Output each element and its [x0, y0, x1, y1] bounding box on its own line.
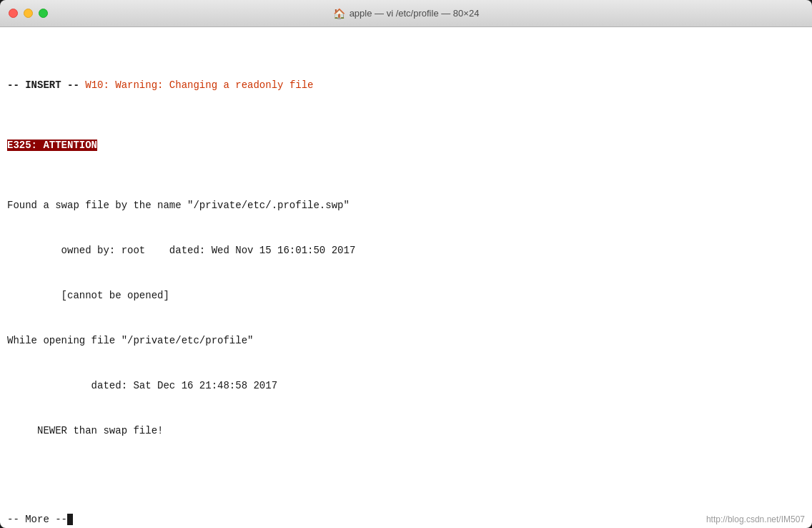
cannot-open-1: [cannot be opened]	[7, 288, 805, 303]
swap-file-line-1: Found a swap file by the name "/private/…	[7, 198, 805, 213]
more-prompt: -- More --	[7, 514, 73, 525]
maximize-button[interactable]	[39, 9, 48, 18]
insert-line: -- INSERT -- W10: Warning: Changing a re…	[7, 78, 805, 93]
title-icon: 🏠	[333, 8, 345, 19]
newer-line-1: NEWER than swap file!	[7, 424, 805, 439]
watermark: http://blog.csdn.net/IM507	[706, 514, 805, 524]
while-opening-1: While opening file "/private/etc/profile…	[7, 333, 805, 348]
terminal-window: 🏠 apple — vi /etc/profile — 80×24 -- INS…	[0, 0, 812, 528]
more-label: -- More --	[7, 514, 67, 525]
terminal-body: -- INSERT -- W10: Warning: Changing a re…	[0, 27, 812, 511]
terminal-content: -- INSERT -- W10: Warning: Changing a re…	[7, 33, 805, 511]
bottom-bar: -- More -- http://blog.csdn.net/IM507	[0, 511, 812, 528]
close-button[interactable]	[9, 9, 18, 18]
attention-badge-1: E325: ATTENTION	[7, 140, 97, 151]
warning-text: W10: Warning: Changing a readonly file	[85, 79, 313, 91]
title-bar: 🏠 apple — vi /etc/profile — 80×24	[0, 0, 812, 27]
dated-line-1: dated: Sat Dec 16 21:48:58 2017	[7, 378, 805, 393]
insert-mode: -- INSERT --	[7, 79, 79, 91]
title-label: apple — vi /etc/profile — 80×24	[350, 8, 480, 19]
window-controls	[9, 9, 48, 18]
blank-line-1	[7, 469, 805, 484]
minimize-button[interactable]	[24, 9, 33, 18]
attention-line-1: E325: ATTENTION	[7, 138, 805, 153]
owned-line-1: owned by: root dated: Wed Nov 15 16:01:5…	[7, 243, 805, 258]
cursor	[67, 514, 73, 525]
title-text: 🏠 apple — vi /etc/profile — 80×24	[333, 8, 480, 19]
